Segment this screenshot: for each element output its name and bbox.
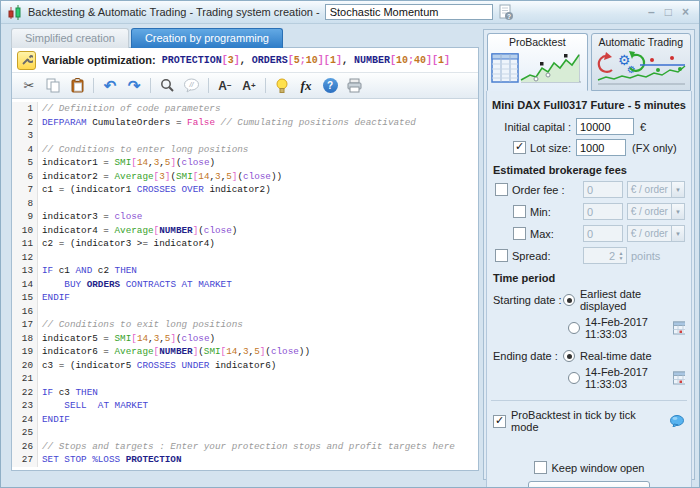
increase-font-icon[interactable]: A+ [241,77,257,95]
line-number: 4 [12,143,38,157]
line-number: 14 [12,278,38,292]
code-line[interactable]: 15ENDIF [12,291,478,305]
tab-automatic-trading[interactable]: Automatic Trading ⚙ ⚙ [591,33,692,91]
section-divider [491,400,687,401]
code-line[interactable]: 20c3 = (indicator5 CROSSES UNDER indicat… [12,359,478,373]
currency-label: € [640,121,646,133]
code-text: c2 = (indicator3 >= indicator4) [38,237,215,251]
code-line[interactable]: 5indicator1 = SMI[14,3,5](close) [12,156,478,170]
calendar-icon[interactable] [673,371,685,385]
starting-date-label: Starting date : [493,294,563,306]
keep-window-open-checkbox[interactable] [534,461,547,474]
maximize-button[interactable]: □ [661,5,676,19]
backtest-panel: ProBacktest Automatic Trading ⚙ ⚙ [483,29,695,480]
code-line[interactable]: 18indicator5 = SMI[14,3,5](close) [12,332,478,346]
line-number: 8 [12,197,38,211]
initial-capital-input[interactable] [576,118,634,135]
code-line[interactable]: 12 [12,251,478,265]
fee-label: Order fee : [512,184,565,196]
code-line[interactable]: 3 [12,129,478,143]
fee-unit-select: € / order▼ [627,225,685,242]
code-line[interactable]: 4// Conditions to enter long positions [12,143,478,157]
tick-mode-label: ProBacktest in tick by tick mode [511,409,665,433]
optimization-token: ORDERS [252,55,288,66]
code-line[interactable]: 16 [12,305,478,319]
tab-creation-by-programming[interactable]: Creation by programming [131,28,283,48]
fx-only-label: (FX only) [632,142,677,154]
code-line[interactable]: 7c1 = (indicator1 CROSSES OVER indicator… [12,183,478,197]
code-line[interactable]: 26// Stops and targets : Enter your prot… [12,440,478,454]
code-line[interactable]: 10indicator4 = Average[NUMBER](close) [12,224,478,238]
rename-help-icon[interactable]: ? [498,4,514,21]
comment-icon[interactable]: // [183,77,200,95]
code-line[interactable]: 21 [12,372,478,386]
code-line[interactable]: 13IF c1 AND c2 THEN [12,264,478,278]
starting-earliest-label: Earliest date displayed [580,288,685,312]
code-text: IF c1 AND c2 THEN [38,264,137,278]
stepper-down-icon: ▼ [619,256,624,261]
minimize-button[interactable]: – [644,5,659,19]
paste-icon[interactable] [69,77,85,95]
code-text [38,251,42,265]
fee-checkbox[interactable] [495,183,508,196]
code-line[interactable]: 2DEFPARAM CumulateOrders = False // Cumu… [12,116,478,130]
starting-earliest-radio[interactable] [563,294,575,306]
code-line[interactable]: 17// Conditions to exit long positions [12,318,478,332]
code-line[interactable]: 8 [12,197,478,211]
tab-probacktest[interactable]: ProBacktest [487,33,588,91]
ending-realtime-radio[interactable] [563,350,575,362]
starting-custom-radio[interactable] [568,322,580,334]
cut-icon[interactable]: ✂ [21,77,37,95]
decrease-font-icon[interactable]: A− [217,77,233,95]
fee-checkbox[interactable] [513,227,526,240]
spread-checkbox[interactable] [495,249,508,262]
code-line[interactable]: 1// Definition of code parameters [12,102,478,116]
creation-tabs: Simplified creation Creation by programm… [11,28,283,48]
code-line[interactable]: 14 BUY ORDERS CONTRACTS AT MARKET [12,278,478,292]
search-icon[interactable] [159,77,175,95]
code-line[interactable]: 11c2 = (indicator3 >= indicator4) [12,237,478,251]
fee-checkbox[interactable] [513,205,526,218]
print-icon[interactable] [346,77,363,95]
line-number: 13 [12,264,38,278]
system-name-input[interactable] [325,4,493,20]
probacktest-thumbnail-icon [490,48,584,88]
code-line[interactable]: 19indicator6 = Average[NUMBER](SMI[14,3,… [12,345,478,359]
variable-optimization-button[interactable] [17,51,36,70]
code-text [38,305,42,319]
window-controls: – □ × [644,5,693,19]
ending-custom-radio[interactable] [568,372,580,384]
tick-mode-tooltip-icon[interactable] [670,415,685,427]
help-icon[interactable]: ? [322,77,338,95]
initial-capital-label: Initial capital : [493,121,571,133]
optimization-token: 10 [396,55,408,66]
code-text: indicator1 = SMI[14,3,5](close) [38,156,215,170]
code-text: SELL AT MARKET [38,399,148,413]
code-line[interactable]: 25 [12,426,478,440]
fee-row-left: Order fee : [495,183,579,196]
lot-size-input[interactable] [576,139,626,156]
close-button[interactable]: × [678,5,693,19]
redo-icon[interactable]: ↷ [126,77,142,95]
code-line[interactable]: 24ENDIF [12,413,478,427]
probacktest-my-system-button[interactable]: ProBacktest my system [528,481,650,488]
undo-icon[interactable]: ↶ [102,77,118,95]
lightbulb-icon[interactable] [274,77,290,95]
spread-stepper: 2 ▲▼ [583,247,627,264]
code-line[interactable]: 23 SELL AT MARKET [12,399,478,413]
code-line[interactable]: 9indicator3 = close [12,210,478,224]
tick-mode-checkbox[interactable] [493,415,506,428]
instrument-title: Mini DAX Full0317 Future - 5 minutes [487,99,691,111]
code-line[interactable]: 22IF c3 THEN [12,386,478,400]
code-text: indicator4 = Average[NUMBER](close) [38,224,237,238]
lot-size-checkbox[interactable] [513,141,526,154]
function-icon[interactable]: fx [298,77,314,95]
code-line[interactable]: 27SET STOP %LOSS PROTECTION [12,453,478,467]
code-editor[interactable]: 1// Definition of code parameters2DEFPAR… [12,99,478,470]
tab-simplified-creation[interactable]: Simplified creation [11,28,129,48]
line-number: 12 [12,251,38,265]
time-period-heading: Time period [493,272,685,284]
code-line[interactable]: 6indicator2 = Average[3](SMI[14,3,5](clo… [12,170,478,184]
calendar-icon[interactable] [673,321,685,335]
copy-icon[interactable] [45,77,61,95]
